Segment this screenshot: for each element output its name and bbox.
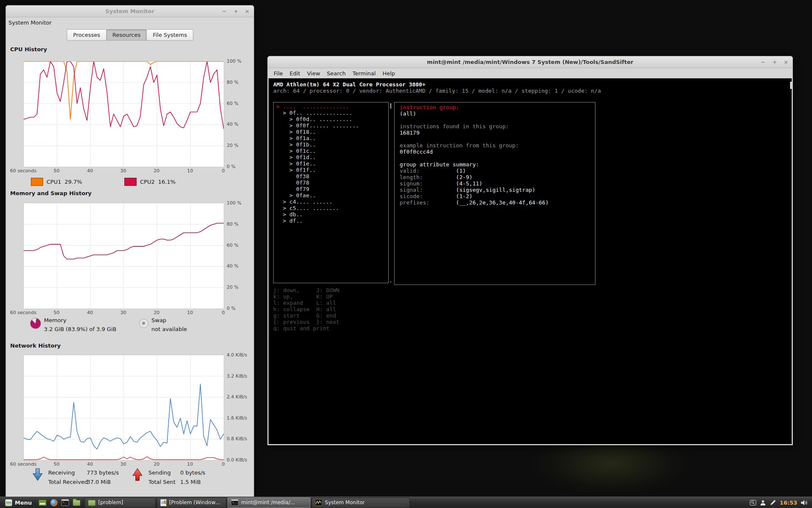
tree-line: > .... ..............	[276, 103, 386, 110]
cpu1-swatch	[31, 178, 43, 186]
help-line: l: expand L: all	[273, 300, 340, 306]
tree-line: > 0fae..	[276, 192, 386, 199]
user-applet-icon[interactable]	[760, 500, 766, 505]
axis-tick: 20 %	[227, 143, 239, 148]
tree-line: > c4.... ......	[276, 199, 386, 205]
axis-tick: 80 %	[227, 221, 239, 226]
files-launcher-icon[interactable]	[73, 500, 80, 506]
help-line: h: collapse H: all	[273, 306, 340, 312]
sending-label: Sending	[148, 469, 171, 476]
taskbar-button-terminal[interactable]: mint@mint /media/...	[228, 497, 310, 508]
clock[interactable]: 16:53	[780, 500, 797, 506]
system-monitor-titlebar[interactable]: System Monitor − + ×	[6, 6, 254, 17]
sending-arrow-icon	[132, 468, 143, 481]
instruction-info-panel: instruction group:(all) instructions fou…	[394, 102, 595, 285]
memory-value: 3.2 GiB (83.9%) of 3.9 GiB	[44, 326, 116, 332]
tree-line: > 0f1d..	[276, 154, 386, 160]
cpu2-label: CPU2	[140, 179, 155, 185]
taskbar-button-system-monitor[interactable]: System Monitor	[312, 497, 410, 508]
maximize-button[interactable]: +	[233, 8, 238, 14]
taskbar-button-problem-doc[interactable]: [Problem (Windows ...	[157, 497, 226, 508]
axis-tick: 0 %	[227, 306, 236, 311]
axis-tick: 1.6 KiB/s	[227, 415, 247, 420]
update-manager-icon[interactable]	[750, 500, 756, 505]
keybinding-help: j: down, J: DOWNk: up, K: UPl: expand L:…	[273, 287, 340, 331]
close-button[interactable]: ×	[784, 59, 788, 65]
total-received-value: 37.0 MiB	[87, 479, 111, 485]
swap-label: Swap	[151, 317, 166, 323]
menu-item[interactable]: Search	[324, 70, 349, 77]
volume-icon[interactable]	[801, 500, 808, 505]
text-part: (4-5,11)	[456, 180, 483, 187]
close-button[interactable]: ×	[245, 8, 250, 14]
mint-logo-icon	[5, 499, 12, 506]
axis-tick: 50	[54, 310, 60, 315]
system-tray: 16:53	[750, 500, 809, 506]
total-sent-value: 1.5 MiB	[180, 479, 201, 485]
axis-tick: 20	[154, 168, 159, 174]
text-part: length:	[400, 174, 456, 180]
cpu-history-header: CPU History	[10, 46, 47, 52]
tree-line: > 0f1b..	[276, 141, 386, 148]
network-history-header: Network History	[10, 342, 61, 349]
axis-tick: 60 seconds	[10, 310, 36, 315]
tab-strip: Processes Resources File Systems	[6, 28, 254, 41]
menu-item[interactable]: View	[304, 70, 324, 77]
show-desktop-icon[interactable]	[38, 500, 47, 506]
menu-item[interactable]: File	[270, 70, 286, 77]
system-monitor-icon	[315, 499, 322, 506]
text-part: prefixes:	[400, 199, 456, 206]
memory-history-chart	[23, 203, 224, 309]
cpu1-legend: CPU1 29.7%	[31, 178, 82, 186]
info-line: (all)	[400, 110, 590, 117]
info-line: group attribute summary:	[400, 161, 590, 168]
firefox-icon[interactable]	[50, 499, 58, 506]
memory-y-axis: 100 %80 %60 %40 %20 %0 %	[227, 203, 253, 308]
cpu-y-axis: 100 %80 %60 %40 %20 %0 %	[227, 61, 253, 166]
pen-icon[interactable]	[770, 500, 776, 505]
text-part: signal:	[400, 187, 456, 193]
minimize-button[interactable]: −	[222, 8, 227, 14]
menu-item[interactable]: Edit	[286, 70, 304, 77]
axis-tick: 0	[222, 310, 225, 315]
tree-line: > 0f.. ..............	[276, 110, 386, 116]
network-y-axis: 4.0 KiB/s3.2 KiB/s2.4 KiB/s1.6 KiB/s0.8 …	[227, 355, 253, 460]
tab-file-systems[interactable]: File Systems	[146, 29, 193, 41]
cpu-x-axis: 60 seconds50403020100	[23, 167, 223, 173]
axis-tick: 20 %	[227, 284, 239, 290]
terminal-titlebar[interactable]: mint@mint /media/mint/Windows 7 System (…	[268, 56, 793, 68]
tab-resources[interactable]: Resources	[106, 29, 147, 41]
taskbar-button-problem-folder[interactable]: [problem]	[85, 497, 156, 508]
text-part: signum:	[400, 180, 456, 187]
scrollbar-thumb[interactable]	[790, 82, 792, 89]
info-line: signum: (4-5,11)	[400, 180, 590, 187]
terminal-launcher-icon[interactable]	[61, 499, 69, 506]
chart-svg	[24, 61, 224, 167]
tree-line: > 0f0f...... ........	[276, 122, 386, 129]
tree-line: 0f79	[276, 186, 386, 192]
axis-tick: 10	[187, 310, 193, 315]
tree-line: > 0f0d.. ..........	[276, 116, 386, 122]
system-monitor-menubar: System Monitor	[6, 17, 254, 28]
info-line: valid: (1)	[400, 168, 590, 174]
minimize-button[interactable]: −	[761, 59, 765, 65]
cpu2-legend: CPU2 16.1%	[124, 178, 176, 186]
swap-value: not available	[151, 326, 187, 332]
tree-line: 0f38	[276, 173, 386, 179]
tab-processes[interactable]: Processes	[67, 29, 107, 41]
axis-tick: 60 seconds	[10, 461, 36, 467]
axis-tick: 40 %	[227, 263, 239, 269]
text-part: valid:	[400, 168, 456, 174]
info-line: instruction group:	[400, 104, 590, 110]
tree-line: > 0f18..	[276, 129, 386, 135]
menu-item[interactable]: Help	[379, 70, 398, 77]
cpu1-label: CPU1	[47, 179, 61, 185]
app-menu[interactable]: System Monitor	[6, 19, 52, 26]
axis-tick: 60 %	[227, 242, 239, 248]
window-title: System Monitor	[105, 8, 154, 14]
menu-item[interactable]: Terminal	[349, 70, 379, 77]
info-line	[400, 155, 590, 161]
maximize-button[interactable]: +	[772, 59, 777, 65]
axis-tick: 100 %	[227, 200, 241, 206]
menu-button[interactable]: Menu	[3, 497, 34, 508]
